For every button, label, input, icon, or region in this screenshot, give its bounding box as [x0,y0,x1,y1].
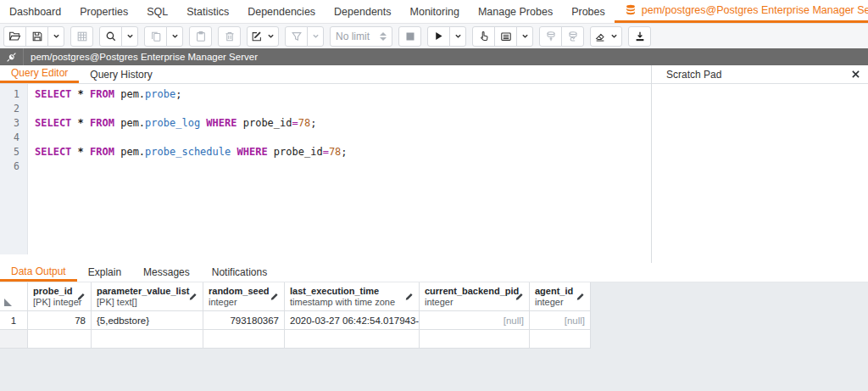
tab-query-editor[interactable]: Query Editor [0,65,79,83]
sql-code[interactable]: SELECT * FROM pem.probe;SELECT * FROM pe… [28,84,348,263]
sql-token [71,88,77,100]
tab-data-output[interactable]: Data Output [0,263,77,282]
cell-random_seed[interactable]: 793180367 [203,311,285,330]
connection-status-bar: pem/postgres@Postgres Enterprise Manager… [0,48,868,65]
cell-current_backend_pid[interactable] [420,330,530,349]
sql-token: probe_schedule [145,146,231,158]
row-limit-select[interactable]: No limit [330,26,392,47]
save-button[interactable] [25,26,48,47]
sql-token: = [323,146,329,158]
menu-item-statistics[interactable]: Statistics [177,0,238,23]
scratch-pad-panel: Scratch Pad [652,65,868,263]
save-data-changes-button[interactable] [70,26,93,47]
edit-column-icon[interactable] [76,292,86,301]
cell-parameter_value_list[interactable] [92,330,203,349]
menu-item-manage-probes[interactable]: Manage Probes [469,0,562,23]
column-name: parameter_value_list [97,285,189,297]
line-number: 2 [0,102,27,116]
select-all-corner[interactable] [0,282,28,311]
scratch-pad-close-icon[interactable] [843,65,868,83]
delete-button[interactable] [218,26,241,47]
filter-dropdown-button[interactable] [307,26,324,47]
edit-menu-button[interactable] [247,26,279,47]
edit-column-icon[interactable] [270,292,279,301]
line-number-gutter: 123456 [0,84,28,254]
edit-column-icon[interactable] [188,292,198,301]
save-dropdown-button[interactable] [47,26,64,47]
tab-messages[interactable]: Messages [132,263,201,282]
scratch-pad-body[interactable] [652,84,868,263]
sql-line: SELECT * FROM pem.probe_log WHERE probe_… [35,116,348,131]
explain-button[interactable] [472,26,495,47]
line-number: 3 [0,116,27,131]
tab-explain[interactable]: Explain [77,263,132,282]
open-file-button[interactable] [3,26,26,47]
row-number[interactable] [0,330,28,349]
menu-item-properties[interactable]: Properties [70,0,137,23]
paste-button[interactable] [189,26,212,47]
sql-token [84,117,90,129]
menu-item-dependencies[interactable]: Dependencies [238,0,325,23]
sql-token: * [78,117,84,129]
commit-button[interactable] [539,26,562,47]
column-header-probe_id[interactable]: probe_id[PK] integer [28,282,92,311]
column-type: integer [535,297,564,308]
tab-notifications[interactable]: Notifications [201,263,278,282]
copy-dropdown-button[interactable] [166,26,183,47]
column-header-parameter_value_list[interactable]: parameter_value_list[PK] text[] [92,282,203,311]
sql-token: pem. [114,117,145,129]
find-button[interactable] [99,26,122,47]
download-icon [634,31,646,42]
edit-column-icon[interactable] [404,292,414,301]
edit-column-icon[interactable] [515,292,524,301]
cell-probe_id[interactable] [28,330,92,349]
cell-last_execution_time[interactable]: 2020-03-27 06:42:54.017943-04 [285,311,420,330]
cell-last_execution_time[interactable] [285,330,420,349]
sql-token: 78 [298,117,310,129]
save-icon [31,31,43,42]
cell-agent_id[interactable]: [null] [530,311,591,330]
execute-button[interactable] [427,26,450,47]
find-dropdown-button[interactable] [121,26,138,47]
menu-item-dependents[interactable]: Dependents [325,0,400,23]
sql-token: = [292,117,298,129]
cell-current_backend_pid[interactable]: [null] [420,311,530,330]
sql-token: probe_id [236,117,292,129]
cell-random_seed[interactable] [203,330,285,349]
tab-query-history[interactable]: Query History [79,65,163,83]
copy-icon [150,31,162,42]
rollback-button[interactable] [561,26,584,47]
filter-button[interactable] [285,26,308,47]
explain-options-dropdown-button[interactable] [516,26,533,47]
edit-column-icon[interactable] [576,292,585,301]
sql-editor[interactable]: 123456 SELECT * FROM pem.probe;SELECT * … [0,84,651,263]
editor-tabs: Query EditorQuery History [0,65,651,84]
chevron-down-icon [53,32,60,40]
column-header-current_backend_pid[interactable]: current_backend_pidinteger [420,282,530,311]
sql-token: 78 [329,146,341,158]
results-grid: probe_id[PK] integerparameter_value_list… [0,282,591,349]
hand-pointer-icon [478,31,490,42]
cell-probe_id[interactable]: 78 [28,311,92,330]
column-header-random_seed[interactable]: random_seedinteger [203,282,285,311]
clear-button[interactable] [590,26,622,47]
menu-item-probes[interactable]: Probes [562,0,615,23]
sql-token [84,88,90,100]
chevron-down-icon [312,32,320,40]
explain-analyze-button[interactable] [494,26,517,47]
execute-dropdown-button[interactable] [449,26,466,47]
row-number[interactable]: 1 [0,311,28,330]
cell-parameter_value_list[interactable]: {5,edbstore} [92,311,203,330]
menu-item-sql[interactable]: SQL [137,0,177,23]
menu-item-monitoring[interactable]: Monitoring [401,0,469,23]
tab-query-tool[interactable]: pem/postgres@Postgres Enterprise Manager… [615,0,868,23]
column-header-last_execution_time[interactable]: last_execution_timetimestamp with time z… [285,282,420,311]
menu-item-dashboard[interactable]: Dashboard [0,0,70,23]
sql-token: * [78,88,84,100]
cancel-query-button[interactable] [398,26,421,47]
copy-button[interactable] [144,26,167,47]
column-header-agent_id[interactable]: agent_idinteger [530,282,591,311]
download-results-button[interactable] [628,26,651,47]
cell-agent_id[interactable] [530,330,591,349]
column-type: timestamp with time zone [290,297,395,308]
